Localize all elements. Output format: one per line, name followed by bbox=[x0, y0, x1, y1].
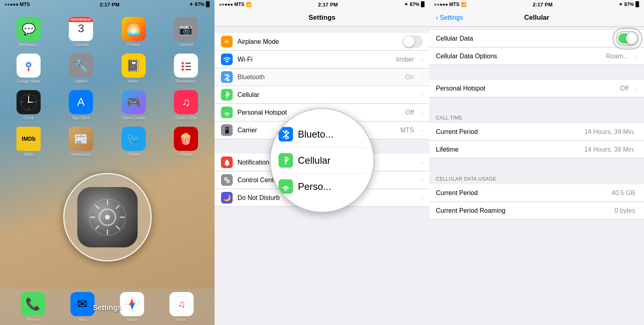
battery-percent: 87% bbox=[195, 2, 204, 7]
phone-icon: 📞 bbox=[21, 292, 45, 316]
lifetime-label: Lifetime bbox=[436, 146, 580, 153]
app-flixster[interactable]: 🍿 Flixster bbox=[163, 127, 209, 157]
svg-line-25 bbox=[96, 206, 99, 208]
cell-c-hotspot[interactable]: Personal Hotspot Off › bbox=[429, 80, 644, 97]
app-newsstand[interactable]: 📰 Newsstand bbox=[58, 127, 104, 157]
calltime-header: CALL TIME bbox=[429, 112, 644, 123]
cellular-navbar: ‹ Settings Cellular bbox=[429, 9, 644, 27]
gamecenter-icon: 🎮 bbox=[122, 90, 146, 114]
app-camera[interactable]: 📷 Camera bbox=[163, 17, 209, 47]
dock-phone[interactable]: 📞 Phone bbox=[21, 292, 45, 322]
app-utilities[interactable]: 🔧 Utilities bbox=[58, 53, 104, 84]
app-itunes[interactable]: ♫ iTunes Store bbox=[163, 90, 209, 120]
c-hotspot-chevron: › bbox=[636, 85, 638, 92]
googlemaps-icon bbox=[17, 53, 41, 78]
controlcenter-icon bbox=[221, 174, 233, 186]
app-clock[interactable]: Clock bbox=[6, 90, 52, 120]
newsstand-label: Newsstand bbox=[71, 152, 91, 157]
c-signal bbox=[434, 4, 448, 6]
c-gap-5 bbox=[429, 220, 644, 234]
cellular-icon bbox=[221, 89, 233, 101]
cellular-data-toggle[interactable] bbox=[617, 32, 638, 45]
cal-day: Wednesday bbox=[69, 17, 93, 22]
cell-airplane[interactable]: ✈ Airplane Mode bbox=[215, 33, 429, 51]
dnd-chevron: › bbox=[421, 195, 423, 201]
cell-bluetooth[interactable]: Bluetooth On › bbox=[215, 68, 429, 86]
statusbar-left: MTS bbox=[5, 2, 30, 7]
dock-safari[interactable]: Safari bbox=[120, 292, 144, 322]
svg-point-4 bbox=[182, 65, 184, 68]
newsstand-icon: 📰 bbox=[69, 127, 93, 151]
messages-icon: 💬 bbox=[17, 17, 41, 41]
app-reminders[interactable]: Reminders bbox=[163, 53, 209, 84]
cell-roaming: Current Period Roaming 0 bytes bbox=[429, 202, 644, 220]
clock-label: Clock bbox=[24, 116, 34, 120]
c-gap-3 bbox=[429, 97, 644, 112]
airplane-label: Airplane Mode bbox=[237, 38, 398, 45]
dock-music[interactable]: ♫ Music bbox=[169, 292, 194, 322]
mag-bt-icon bbox=[279, 127, 293, 142]
mag-cellular-label: Cellular bbox=[298, 155, 330, 166]
back-chevron: ‹ bbox=[436, 14, 438, 21]
s2-signal bbox=[219, 4, 233, 6]
cell-cellular[interactable]: Cellular › bbox=[215, 86, 429, 104]
app-calendar[interactable]: Wednesday 3 Calendar bbox=[58, 17, 104, 47]
hotspot-value: Off bbox=[405, 109, 414, 116]
imdb-icon: IMDb bbox=[17, 127, 41, 151]
home-screen: MTS 2:17 PM ✦ 87% ▉ 💬 Messages Wednesday… bbox=[0, 0, 215, 325]
back-button[interactable]: ‹ Settings bbox=[436, 14, 463, 21]
mag-cellular-icon bbox=[279, 153, 293, 168]
app-imdb[interactable]: IMDb IMDb bbox=[6, 127, 52, 157]
app-gamecenter[interactable]: 🎮 Game Center bbox=[111, 90, 157, 120]
s2-bt: ✦ bbox=[404, 2, 408, 7]
airplane-toggle[interactable] bbox=[402, 35, 423, 48]
controlcenter-chevron: › bbox=[421, 177, 423, 183]
calendar-icon: Wednesday 3 bbox=[69, 17, 93, 41]
s2-wifi-icon: 📶 bbox=[246, 2, 252, 7]
safari-icon bbox=[120, 292, 144, 316]
carrier-label: MTS bbox=[20, 2, 30, 7]
app-appstore[interactable]: A App Store bbox=[58, 90, 104, 120]
flixster-icon: 🍿 bbox=[174, 127, 198, 151]
cell-data-options[interactable]: Cellular Data Options Roam... › bbox=[429, 47, 644, 65]
cellular-data-label: Cellular Data bbox=[436, 35, 612, 42]
c-gap-2 bbox=[429, 65, 644, 80]
cellular-nav-title: Cellular bbox=[524, 14, 549, 22]
app-photos[interactable]: 🌅 Photos bbox=[111, 17, 157, 47]
safari-label: Safari bbox=[127, 318, 137, 322]
statusbar-right: ✦ 87% ▉ bbox=[189, 2, 210, 7]
bluetooth-icon: ✦ bbox=[189, 2, 193, 7]
signal-dot-2 bbox=[8, 4, 10, 6]
s2-carrier: MTS bbox=[234, 2, 244, 7]
carrier-chevron: › bbox=[421, 127, 423, 134]
photos-icon: 🌅 bbox=[122, 17, 146, 41]
appstore-icon: A bbox=[69, 90, 93, 114]
mag-items: Blueto... Cellular Perso... bbox=[270, 121, 374, 200]
wifi-icon bbox=[221, 53, 233, 65]
app-notes[interactable]: 📓 Notes bbox=[111, 53, 157, 84]
wifi-chevron: › bbox=[421, 56, 423, 63]
s2-statusbar-left: MTS 📶 bbox=[219, 2, 252, 7]
svg-point-15 bbox=[22, 102, 23, 103]
c-wifi: 📶 bbox=[461, 2, 466, 7]
signal-dot-5 bbox=[16, 4, 18, 6]
app-messages[interactable]: 💬 Messages bbox=[6, 17, 52, 47]
dock-mail[interactable]: ✉ Mail bbox=[70, 292, 95, 322]
mag-personal-icon bbox=[279, 179, 293, 194]
notifications-chevron: › bbox=[421, 159, 423, 166]
settings-nav-title: Settings bbox=[308, 14, 335, 22]
c-carrier: MTS bbox=[449, 2, 459, 7]
cell-cellular-data[interactable]: Cellular Data bbox=[429, 30, 644, 47]
music-label: Music bbox=[176, 318, 187, 322]
app-twitter[interactable]: 🐦 Twitter bbox=[111, 127, 157, 157]
twitter-icon: 🐦 bbox=[122, 127, 146, 151]
signal-dot-1 bbox=[5, 4, 7, 6]
c-hotspot-value: Off bbox=[620, 85, 628, 92]
app-google-maps[interactable]: Google Maps bbox=[6, 53, 52, 84]
datausage-header: CELLULAR DATA USAGE bbox=[429, 173, 644, 184]
itunes-icon: ♫ bbox=[174, 90, 198, 114]
cellular-label: Cellular bbox=[237, 91, 416, 99]
cell-wifi[interactable]: Wi-Fi timber › bbox=[215, 51, 429, 68]
svg-line-28 bbox=[96, 226, 99, 229]
magnify-settings-icon bbox=[77, 187, 138, 247]
